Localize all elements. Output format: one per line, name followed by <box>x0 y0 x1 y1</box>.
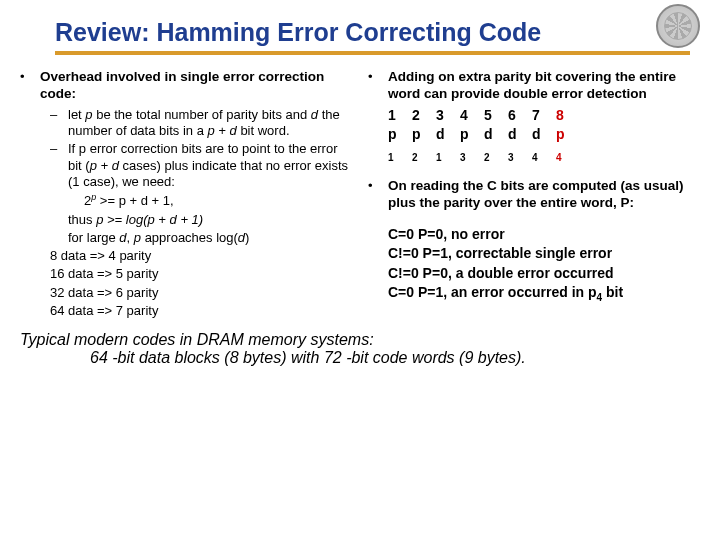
var-p: p <box>134 230 141 245</box>
footer-line-2: 64 -bit data blocks (8 bytes) with 72 -b… <box>20 349 690 367</box>
formula-3: for large d, p approaches log(d) <box>20 230 352 246</box>
t: bit word. <box>237 123 290 138</box>
t: thus <box>68 212 96 227</box>
pos-extra: 8 <box>556 107 580 125</box>
pos: 2 <box>412 107 436 125</box>
right-bullet-1: • Adding on extra parity bit covering th… <box>368 69 700 103</box>
pos: 3 <box>436 107 460 125</box>
dash-icon: – <box>50 141 68 190</box>
bit-labels-row: p1p2d1p3d2d3d4p4 <box>368 126 700 164</box>
lbl: d4 <box>532 126 556 164</box>
map-line-3: 32 data => 6 parity <box>20 285 352 301</box>
t: for large <box>68 230 119 245</box>
slide-title: Review: Hamming Error Correcting Code <box>55 18 720 47</box>
bullet-icon: • <box>368 69 388 103</box>
pos: 4 <box>460 107 484 125</box>
left-heading: Overhead involved in single error correc… <box>40 69 352 103</box>
t: >= p + d + 1, <box>96 193 173 208</box>
dash-icon: – <box>50 107 68 140</box>
var-d: d <box>119 230 126 245</box>
var-pd: p + d <box>207 123 236 138</box>
bit-positions-row: 12345678 <box>368 107 700 125</box>
lbl: d2 <box>484 126 508 164</box>
bullet-icon: • <box>20 69 40 103</box>
lbl: d1 <box>436 126 460 164</box>
case-4: C=0 P=1, an error occurred in p4 bit <box>368 284 700 304</box>
lbl: d3 <box>508 126 532 164</box>
footer-note: Typical modern codes in DRAM memory syst… <box>0 319 720 367</box>
left-bullet-main: • Overhead involved in single error corr… <box>20 69 352 103</box>
lbl: p1 <box>388 126 412 164</box>
map-line-1: 8 data => 4 parity <box>20 248 352 264</box>
seal-logo-icon <box>656 4 700 48</box>
sub2-text: If p error correction bits are to point … <box>68 141 352 190</box>
right-bullet2-text: On reading the C bits are computed (as u… <box>388 178 700 212</box>
map-line-2: 16 data => 5 parity <box>20 266 352 282</box>
footer-line-1: Typical modern codes in DRAM memory syst… <box>20 331 690 349</box>
map-line-4: 64 data => 7 parity <box>20 303 352 319</box>
t: bit <box>602 284 623 300</box>
right-heading: Adding on extra parity bit covering the … <box>388 69 700 103</box>
var-d2: d <box>238 230 245 245</box>
left-column: • Overhead involved in single error corr… <box>20 69 360 319</box>
t: , <box>127 230 134 245</box>
pos: 7 <box>532 107 556 125</box>
lbl-extra: p4 <box>556 126 580 164</box>
t: ) <box>245 230 249 245</box>
sub-bullet-2: – If p error correction bits are to poin… <box>20 141 352 190</box>
t: C=0 P=1, an error occurred in p <box>388 284 597 300</box>
t: be the total number of parity bits and <box>93 107 311 122</box>
t: let <box>68 107 85 122</box>
var-pd: p + d <box>90 158 119 173</box>
case-1: C=0 P=0, no error <box>368 226 700 244</box>
right-column: • Adding on extra parity bit covering th… <box>360 69 700 319</box>
var-p: p <box>85 107 92 122</box>
sub-bullet-1: – let p be the total number of parity bi… <box>20 107 352 140</box>
case-2: C!=0 P=1, correctable single error <box>368 245 700 263</box>
formula-1: 2p >= p + d + 1, <box>20 192 352 210</box>
bullet-icon: • <box>368 178 388 212</box>
pos: 5 <box>484 107 508 125</box>
title-block: Review: Hamming Error Correcting Code <box>0 0 720 47</box>
t: p >= log(p + d + 1) <box>96 212 203 227</box>
pos: 6 <box>508 107 532 125</box>
t: approaches log( <box>141 230 238 245</box>
case-3: C!=0 P=0, a double error occurred <box>368 265 700 283</box>
pos: 1 <box>388 107 412 125</box>
formula-2: thus p >= log(p + d + 1) <box>20 212 352 228</box>
sub1-text: let p be the total number of parity bits… <box>68 107 352 140</box>
lbl: p2 <box>412 126 436 164</box>
content-area: • Overhead involved in single error corr… <box>0 55 720 319</box>
right-bullet-2: • On reading the C bits are computed (as… <box>368 178 700 212</box>
lbl: p3 <box>460 126 484 164</box>
var-d: d <box>311 107 318 122</box>
